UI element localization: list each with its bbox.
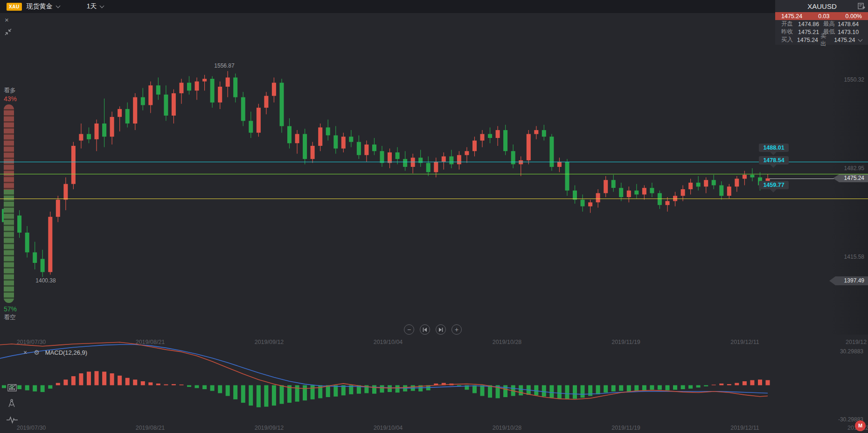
chevron-down-icon[interactable]: [858, 37, 863, 41]
open-label: 开盘: [781, 20, 795, 28]
candles-layer: [0, 71, 770, 277]
low-value: 1473.10: [838, 29, 859, 35]
price-change: 0.03: [818, 13, 829, 20]
x-axis-date-label: 2019/12/11: [730, 425, 759, 431]
sentiment-bar-bear: [4, 190, 14, 303]
x-axis-date-label: 2019/10/28: [493, 339, 522, 345]
macd-title[interactable]: MACD(12,26,9): [45, 349, 87, 356]
x-axis-date-label: 2019/08/21: [136, 339, 165, 345]
x-axis-date-label: 2019/07/30: [17, 339, 46, 345]
waveform-icon[interactable]: [6, 416, 18, 424]
quote-stat-row: 买入 1475.24 卖出 1475.24: [775, 36, 868, 44]
skip-to-end-button[interactable]: [436, 324, 446, 335]
swing-high-label: 1556.87: [214, 62, 234, 69]
collapse-icon[interactable]: [4, 28, 12, 36]
price-level-tag[interactable]: 1488.01: [759, 144, 789, 152]
timeframe-label: 1天: [87, 2, 97, 11]
zoom-in-button[interactable]: +: [451, 324, 462, 335]
chart-canvas[interactable]: [0, 0, 868, 433]
swing-low-label: 1400.38: [35, 277, 56, 284]
x-axis-date-label: 2019/11/19: [611, 425, 640, 431]
price-level-tag[interactable]: 1478.54: [759, 156, 789, 165]
x-axis-date-label: 2019/11/19: [611, 339, 640, 345]
chevron-down-icon: [100, 4, 104, 8]
sentiment-bar: [4, 104, 14, 303]
price-change-pct: 0.00%: [846, 13, 862, 20]
macd-header: × ⚙ MACD(12,26,9): [23, 349, 87, 356]
sentiment-bar-bull: [4, 104, 14, 190]
symbol-badge[interactable]: XAU: [7, 3, 22, 11]
x-axis-date-label: 2019/09/12: [255, 425, 284, 431]
quote-price-row: 1475.24 0.03 0.00%: [775, 12, 868, 20]
zoom-out-button[interactable]: −: [404, 324, 414, 335]
last-price: 1475.24: [781, 13, 802, 20]
high-label: 最高: [823, 20, 835, 28]
chart-nav-toolbar: − +: [404, 324, 462, 335]
gear-icon[interactable]: ⚙: [34, 349, 40, 356]
quote-panel: XAUUSD 1475.24 0.03 0.00% 开盘 1474.86 最高 …: [775, 0, 868, 45]
close-icon[interactable]: ×: [5, 16, 9, 24]
sentiment-widget: 看多 43% 57% 看空: [4, 86, 22, 322]
high-value: 1478.64: [838, 21, 859, 27]
y-axis-label: 1550.32: [844, 76, 864, 83]
x-axis-date-label: 2019/12/11: [730, 339, 759, 345]
chevron-down-icon[interactable]: [56, 4, 60, 8]
timeframe-selector[interactable]: 1天: [82, 2, 104, 11]
ask-value: 1475.24: [834, 37, 855, 43]
y-axis-label: 1415.58: [844, 254, 864, 260]
quote-stat-row: 开盘 1474.86 最高 1478.64: [775, 20, 868, 28]
stats-chart-icon[interactable]: [7, 383, 18, 392]
macd-histogram-layer: [0, 371, 770, 407]
prev-close-value: 1475.21: [798, 29, 822, 35]
top-toolbar: XAU 现货黄金 1天: [0, 0, 775, 13]
x-axis-date-label: 2019/12: [846, 339, 867, 345]
crosshair-price-tag: 1397.49: [829, 276, 868, 285]
quote-title-row: XAUUSD: [775, 0, 868, 12]
macd-scale-max: 30.29883: [840, 348, 863, 355]
compass-icon[interactable]: [7, 399, 16, 409]
x-axis-date-label: 2019/09/12: [255, 339, 284, 345]
x-axis-dates-macd: 2019/07/302019/08/212019/09/122019/10/04…: [0, 425, 868, 432]
x-axis-date-label: 2019/10/28: [493, 425, 522, 431]
skip-start-icon: [423, 328, 427, 332]
instrument-name[interactable]: 现货黄金: [27, 2, 53, 11]
x-axis-date-label: 2019/10/04: [374, 339, 403, 345]
skip-to-start-button[interactable]: [420, 324, 430, 335]
x-axis-dates-main: 2019/07/302019/08/212019/09/122019/10/04…: [0, 339, 868, 346]
x-axis-date-label: 2019/10/04: [374, 425, 403, 431]
candlestick-chart[interactable]: [0, 0, 868, 433]
prev-close-label: 昨收: [781, 28, 795, 36]
close-icon[interactable]: ×: [23, 349, 27, 356]
bid-value: 1475.24: [797, 37, 819, 43]
y-axis-label: 1482.95: [844, 165, 864, 172]
price-level-tag[interactable]: 1459.77: [759, 181, 789, 189]
x-axis-date-label: 2019/07/30: [17, 425, 46, 431]
x-axis-date-label: 2019/08/21: [136, 425, 165, 431]
skip-end-icon: [438, 328, 443, 332]
bullish-label: 看多: [4, 86, 22, 95]
bearish-percent: 57%: [4, 305, 22, 313]
bullish-percent: 43%: [4, 95, 22, 103]
current-price-tag: 1475.24: [833, 174, 868, 182]
panel-layout-icon[interactable]: [858, 3, 865, 9]
ask-label: 卖出: [820, 32, 831, 48]
open-value: 1474.86: [798, 21, 822, 27]
quote-symbol-title: XAUUSD: [775, 2, 858, 10]
brand-badge-icon: M: [855, 420, 866, 431]
bid-label: 买入: [781, 36, 794, 44]
bearish-label: 看空: [4, 313, 22, 322]
